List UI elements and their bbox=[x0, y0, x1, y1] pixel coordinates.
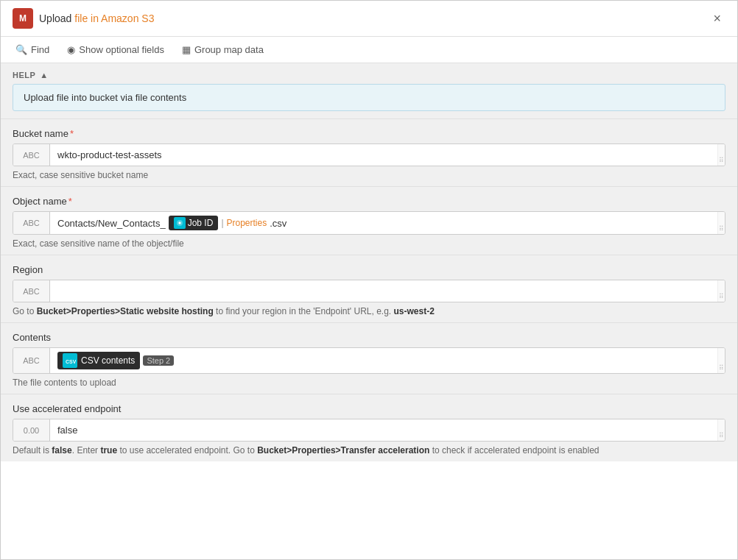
help-toggle[interactable]: HELP ▲ bbox=[13, 71, 725, 79]
optional-fields-button[interactable]: ◉ Show optional fields bbox=[64, 43, 167, 57]
object-name-type-badge: ABC bbox=[13, 212, 50, 234]
resize-handle: ⠿ bbox=[717, 280, 725, 302]
title-link[interactable]: file in Amazon S3 bbox=[74, 13, 154, 24]
contents-hint: The file contents to upload bbox=[13, 378, 725, 388]
modal-header: M Upload file in Amazon S3 × bbox=[1, 1, 737, 37]
token-pipe: | bbox=[221, 218, 223, 228]
properties-token[interactable]: Properties bbox=[227, 218, 267, 228]
resize-handle: ⠿ bbox=[717, 419, 725, 441]
bucket-name-input-wrapper: ABC ⠿ bbox=[13, 143, 725, 166]
region-hint-link: Bucket>Properties>Static website hosting bbox=[37, 306, 214, 316]
modal-title: Upload file in Amazon S3 bbox=[39, 13, 154, 24]
csv-token[interactable]: CSV CSV contents bbox=[57, 352, 140, 369]
accelerated-input[interactable] bbox=[50, 419, 717, 441]
region-input[interactable] bbox=[50, 280, 717, 302]
group-map-button[interactable]: ▦ Group map data bbox=[179, 43, 267, 57]
object-name-text-after: .csv bbox=[270, 218, 287, 229]
required-indicator: * bbox=[70, 128, 74, 139]
contents-token-container[interactable]: CSV CSV contents Step 2 bbox=[50, 348, 717, 373]
step-badge: Step 2 bbox=[143, 355, 174, 366]
group-map-icon: ▦ bbox=[182, 44, 191, 55]
contents-label: Contents bbox=[13, 332, 725, 343]
bucket-name-section: Bucket name* ABC ⠿ Exact, case sensitive… bbox=[1, 119, 737, 186]
region-input-wrapper: ABC ⠿ bbox=[13, 280, 725, 302]
hint-false: false bbox=[52, 445, 71, 456]
contents-section: Contents ABC CSV CSV contents Step 2 bbox=[1, 323, 737, 394]
search-icon: 🔍 bbox=[15, 44, 27, 55]
contents-input-wrapper: ABC CSV CSV contents Step 2 ⠿ bbox=[13, 347, 725, 374]
help-box: Upload file into bucket via file content… bbox=[13, 84, 725, 111]
contents-type-badge: ABC bbox=[13, 348, 50, 373]
app-icon: M bbox=[13, 8, 33, 29]
object-name-text-before: Contacts/New_Contacts_ bbox=[57, 218, 166, 229]
help-section: HELP ▲ Upload file into bucket via file … bbox=[1, 63, 737, 118]
accelerated-type-badge: 0.00 bbox=[13, 419, 50, 441]
accelerated-input-wrapper: 0.00 ⠿ bbox=[13, 419, 725, 442]
region-hint: Go to Bucket>Properties>Static website h… bbox=[13, 306, 725, 316]
find-button[interactable]: 🔍 Find bbox=[13, 43, 52, 57]
svg-text:CSV: CSV bbox=[66, 359, 76, 364]
csv-icon: CSV bbox=[63, 353, 77, 368]
accelerated-hint: Default is false. Enter true to use acce… bbox=[13, 445, 725, 456]
object-name-label: Object name* bbox=[13, 196, 725, 207]
object-name-token-container[interactable]: Contacts/New_Contacts_ Job ID | Properti… bbox=[50, 212, 717, 234]
help-chevron-icon: ▲ bbox=[40, 71, 48, 79]
toolbar: 🔍 Find ◉ Show optional fields ▦ Group ma… bbox=[1, 37, 737, 63]
bucket-name-label: Bucket name* bbox=[13, 128, 725, 139]
bucket-name-input[interactable] bbox=[50, 144, 717, 166]
region-section: Region ABC ⠿ Go to Bucket>Properties>Sta… bbox=[1, 255, 737, 322]
accelerated-endpoint-label: Use accelerated endpoint bbox=[13, 403, 725, 414]
token-icon bbox=[174, 217, 186, 229]
object-name-input-wrapper: ABC Contacts/New_Contacts_ Job ID | Prop… bbox=[13, 211, 725, 235]
resize-handle: ⠿ bbox=[717, 144, 725, 166]
region-hint-example: us-west-2 bbox=[394, 306, 435, 316]
hint-true: true bbox=[100, 445, 117, 456]
close-button[interactable]: × bbox=[709, 10, 725, 28]
bucket-name-hint: Exact, case sensitive bucket name bbox=[13, 170, 725, 180]
region-label: Region bbox=[13, 264, 725, 275]
region-type-badge: ABC bbox=[13, 280, 50, 302]
resize-handle: ⠿ bbox=[717, 212, 725, 234]
job-id-token[interactable]: Job ID bbox=[169, 216, 219, 230]
required-indicator: * bbox=[68, 196, 72, 207]
optional-fields-icon: ◉ bbox=[67, 44, 75, 55]
accelerated-endpoint-section: Use accelerated endpoint 0.00 ⠿ Default … bbox=[1, 394, 737, 461]
object-name-section: Object name* ABC Contacts/New_Contacts_ … bbox=[1, 187, 737, 255]
resize-handle: ⠿ bbox=[717, 348, 725, 373]
transfer-acceleration-link: Bucket>Properties>Transfer acceleration bbox=[257, 445, 429, 456]
bucket-name-type-badge: ABC bbox=[13, 144, 50, 166]
object-name-hint: Exact, case sensitive name of the object… bbox=[13, 238, 725, 249]
